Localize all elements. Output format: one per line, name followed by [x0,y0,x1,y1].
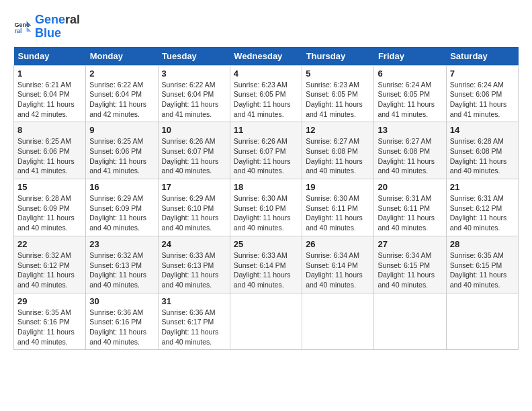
header: Gene ral General Blue [13,13,519,40]
day-info: Sunrise: 6:25 AMSunset: 6:06 PMDaylight:… [89,136,154,176]
day-number: 20 [378,182,442,192]
day-number: 29 [17,296,82,306]
day-info: Sunrise: 6:30 AMSunset: 6:10 PMDaylight:… [234,193,298,233]
day-number: 30 [89,296,154,306]
calendar-cell [374,293,446,350]
day-number: 15 [17,182,82,192]
day-info: Sunrise: 6:26 AMSunset: 6:07 PMDaylight:… [162,136,226,176]
day-number: 13 [378,125,442,135]
calendar-cell: 10Sunrise: 6:26 AMSunset: 6:07 PMDayligh… [158,122,230,179]
calendar-cell: 3Sunrise: 6:22 AMSunset: 6:04 PMDaylight… [158,65,230,122]
calendar-cell: 16Sunrise: 6:29 AMSunset: 6:09 PMDayligh… [86,179,158,236]
calendar-cell: 5Sunrise: 6:23 AMSunset: 6:05 PMDaylight… [302,65,374,122]
day-info: Sunrise: 6:32 AMSunset: 6:13 PMDaylight:… [89,250,154,290]
calendar-cell: 6Sunrise: 6:24 AMSunset: 6:05 PMDaylight… [374,65,446,122]
day-number: 17 [162,182,226,192]
calendar-cell: 19Sunrise: 6:30 AMSunset: 6:11 PMDayligh… [302,179,374,236]
day-info: Sunrise: 6:34 AMSunset: 6:14 PMDaylight:… [306,250,370,290]
calendar-week-row: 29Sunrise: 6:35 AMSunset: 6:16 PMDayligh… [14,293,519,350]
calendar-cell: 18Sunrise: 6:30 AMSunset: 6:10 PMDayligh… [230,179,302,236]
day-header: Thursday [302,47,374,66]
calendar-table: SundayMondayTuesdayWednesdayThursdayFrid… [13,47,519,351]
calendar-header-row: SundayMondayTuesdayWednesdayThursdayFrid… [14,47,519,66]
calendar-cell: 29Sunrise: 6:35 AMSunset: 6:16 PMDayligh… [14,293,86,350]
day-number: 9 [89,125,154,135]
day-info: Sunrise: 6:33 AMSunset: 6:13 PMDaylight:… [162,250,226,290]
calendar-cell: 15Sunrise: 6:28 AMSunset: 6:09 PMDayligh… [14,179,86,236]
day-header: Saturday [446,47,518,66]
calendar-cell: 24Sunrise: 6:33 AMSunset: 6:13 PMDayligh… [158,236,230,293]
calendar-cell: 11Sunrise: 6:26 AMSunset: 6:07 PMDayligh… [230,122,302,179]
day-number: 22 [17,239,82,249]
calendar-cell: 7Sunrise: 6:24 AMSunset: 6:06 PMDaylight… [446,65,518,122]
calendar-cell: 14Sunrise: 6:28 AMSunset: 6:08 PMDayligh… [446,122,518,179]
day-number: 16 [89,182,154,192]
day-number: 31 [162,296,226,306]
day-info: Sunrise: 6:35 AMSunset: 6:15 PMDaylight:… [450,250,515,290]
day-info: Sunrise: 6:35 AMSunset: 6:16 PMDaylight:… [17,308,82,347]
calendar-cell: 17Sunrise: 6:29 AMSunset: 6:10 PMDayligh… [158,179,230,236]
day-header: Tuesday [158,47,230,66]
day-number: 3 [162,68,226,79]
day-number: 4 [234,68,298,79]
day-number: 21 [450,182,515,192]
day-number: 11 [234,125,298,135]
day-number: 26 [306,239,370,249]
day-number: 19 [306,182,370,192]
calendar-cell: 13Sunrise: 6:27 AMSunset: 6:08 PMDayligh… [374,122,446,179]
day-info: Sunrise: 6:22 AMSunset: 6:04 PMDaylight:… [89,80,154,120]
day-header: Friday [374,47,446,66]
day-header: Wednesday [230,47,302,66]
day-number: 5 [306,68,370,79]
day-info: Sunrise: 6:24 AMSunset: 6:05 PMDaylight:… [378,80,442,120]
day-info: Sunrise: 6:30 AMSunset: 6:11 PMDaylight:… [306,193,370,233]
day-info: Sunrise: 6:34 AMSunset: 6:15 PMDaylight:… [378,250,442,290]
day-info: Sunrise: 6:23 AMSunset: 6:05 PMDaylight:… [306,80,370,120]
day-info: Sunrise: 6:33 AMSunset: 6:14 PMDaylight:… [234,250,298,290]
day-number: 12 [306,125,370,135]
day-info: Sunrise: 6:22 AMSunset: 6:04 PMDaylight:… [162,80,226,120]
day-info: Sunrise: 6:32 AMSunset: 6:12 PMDaylight:… [17,250,82,290]
calendar-cell [302,293,374,350]
calendar-week-row: 15Sunrise: 6:28 AMSunset: 6:09 PMDayligh… [14,179,519,236]
day-info: Sunrise: 6:31 AMSunset: 6:12 PMDaylight:… [450,193,515,233]
day-number: 7 [450,68,515,79]
calendar-cell: 8Sunrise: 6:25 AMSunset: 6:06 PMDaylight… [14,122,86,179]
calendar-week-row: 8Sunrise: 6:25 AMSunset: 6:06 PMDaylight… [14,122,519,179]
day-header: Monday [86,47,158,66]
day-number: 23 [89,239,154,249]
logo: Gene ral General Blue [13,13,80,40]
day-number: 27 [378,239,442,249]
logo-icon: Gene ral [13,17,32,36]
calendar-cell: 2Sunrise: 6:22 AMSunset: 6:04 PMDaylight… [86,65,158,122]
day-info: Sunrise: 6:31 AMSunset: 6:11 PMDaylight:… [378,193,442,233]
calendar-cell: 25Sunrise: 6:33 AMSunset: 6:14 PMDayligh… [230,236,302,293]
day-number: 6 [378,68,442,79]
calendar-week-row: 22Sunrise: 6:32 AMSunset: 6:12 PMDayligh… [14,236,519,293]
day-info: Sunrise: 6:27 AMSunset: 6:08 PMDaylight:… [378,136,442,176]
day-info: Sunrise: 6:36 AMSunset: 6:16 PMDaylight:… [89,308,154,347]
day-number: 10 [162,125,226,135]
calendar-cell: 22Sunrise: 6:32 AMSunset: 6:12 PMDayligh… [14,236,86,293]
day-info: Sunrise: 6:21 AMSunset: 6:04 PMDaylight:… [17,80,82,120]
day-info: Sunrise: 6:28 AMSunset: 6:08 PMDaylight:… [450,136,515,176]
day-number: 24 [162,239,226,249]
day-number: 25 [234,239,298,249]
day-number: 2 [89,68,154,79]
day-info: Sunrise: 6:26 AMSunset: 6:07 PMDaylight:… [234,136,298,176]
calendar-cell: 9Sunrise: 6:25 AMSunset: 6:06 PMDaylight… [86,122,158,179]
calendar-cell: 4Sunrise: 6:23 AMSunset: 6:05 PMDaylight… [230,65,302,122]
day-number: 18 [234,182,298,192]
calendar-cell: 21Sunrise: 6:31 AMSunset: 6:12 PMDayligh… [446,179,518,236]
calendar-cell: 31Sunrise: 6:36 AMSunset: 6:17 PMDayligh… [158,293,230,350]
calendar-cell: 12Sunrise: 6:27 AMSunset: 6:08 PMDayligh… [302,122,374,179]
calendar-cell [446,293,518,350]
day-info: Sunrise: 6:25 AMSunset: 6:06 PMDaylight:… [17,136,82,176]
calendar-cell: 27Sunrise: 6:34 AMSunset: 6:15 PMDayligh… [374,236,446,293]
day-info: Sunrise: 6:28 AMSunset: 6:09 PMDaylight:… [17,193,82,233]
calendar-week-row: 1Sunrise: 6:21 AMSunset: 6:04 PMDaylight… [14,65,519,122]
day-number: 28 [450,239,515,249]
day-number: 1 [17,68,82,79]
logo-text: General Blue [35,13,80,40]
day-header: Sunday [14,47,86,66]
